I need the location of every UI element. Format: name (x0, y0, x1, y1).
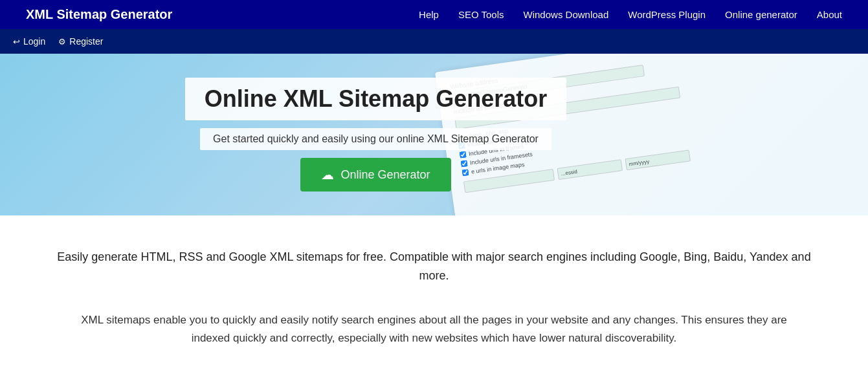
secondary-navbar: ↩ Login ⚙ Register (0, 29, 868, 54)
hero-subtitle-box: Get started quickly and easily using our… (200, 128, 551, 150)
form-extra-3 (625, 149, 691, 170)
nav-windows-download[interactable]: Windows Download (524, 9, 609, 20)
nav-online-generator[interactable]: Online generator (725, 9, 797, 20)
top-navbar: XML Sitemap Generator Help SEO Tools Win… (0, 0, 868, 29)
brand-title: XML Sitemap Generator (26, 7, 172, 22)
nav-links: Help SEO Tools Windows Download WordPres… (419, 9, 842, 21)
nav-about[interactable]: About (817, 9, 842, 20)
register-link[interactable]: ⚙ Register (58, 36, 103, 47)
register-icon: ⚙ (58, 37, 66, 47)
nav-seo-tools[interactable]: SEO Tools (458, 9, 504, 20)
nav-help[interactable]: Help (419, 9, 439, 20)
login-link[interactable]: ↩ Login (13, 36, 45, 47)
content-tagline: Easily generate HTML, RSS and Google XML… (52, 248, 816, 285)
content-body: XML sitemaps enable you to quickly and e… (78, 311, 790, 349)
login-icon: ↩ (13, 37, 20, 47)
online-generator-button[interactable]: ☁ Online Generator (300, 158, 451, 192)
content-section: Easily generate HTML, RSS and Google XML… (0, 215, 868, 380)
hero-subtitle: Get started quickly and easily using our… (213, 133, 539, 145)
cloud-icon: ☁ (321, 167, 334, 182)
hero-title: Online XML Sitemap Generator (205, 85, 547, 113)
form-extra-2 (557, 159, 623, 180)
hero-content: Online XML Sitemap Generator Get started… (185, 78, 566, 192)
hero-title-box: Online XML Sitemap Generator (185, 78, 566, 120)
hero-section: Website address https://XmlSitemapGenera… (0, 54, 868, 215)
nav-wordpress-plugin[interactable]: WordPress Plugin (628, 9, 706, 20)
